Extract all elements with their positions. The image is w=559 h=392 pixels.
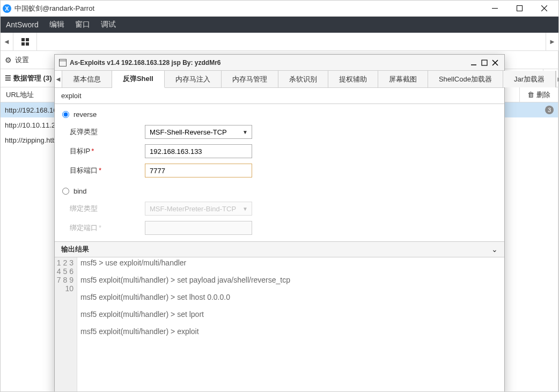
tab-home[interactable] <box>13 33 37 50</box>
svg-rect-7 <box>482 60 487 65</box>
dialog-tab[interactable]: 内存马管理 <box>222 71 278 87</box>
reverse-label: reverse <box>73 110 97 119</box>
dialog-minimize-button[interactable] <box>469 58 479 68</box>
svg-rect-5 <box>60 59 67 66</box>
dialog-tab-nav-right-icon[interactable]: ► <box>556 71 558 87</box>
list-icon: ☰ <box>5 74 11 82</box>
target-ip-input[interactable] <box>145 144 252 158</box>
menu-antsword[interactable]: AntSword <box>6 20 39 29</box>
tab-nav-right-icon[interactable]: ► <box>546 33 558 50</box>
dialog-tab[interactable]: 杀软识别 <box>278 71 328 87</box>
svg-rect-4 <box>26 42 29 46</box>
bind-port-input <box>145 221 252 235</box>
trash-icon: 🗑 <box>527 91 534 99</box>
bind-type-select: MSF-MeterPreter-Bind-TCP <box>145 202 252 216</box>
exploits-dialog: As-Exploits v1.4 192.168.163.128 jsp By:… <box>54 54 505 391</box>
dialog-title: As-Exploits v1.4 192.168.163.128 jsp By:… <box>70 59 468 66</box>
window-titlebar: X 中国蚁剑@randark-Parrot <box>1 1 558 17</box>
svg-rect-3 <box>21 42 25 46</box>
reverse-type-select[interactable]: MSF-Shell-Reverse-TCP <box>145 125 252 139</box>
dialog-tabs: ◄ 基本信息反弹Shell内存马注入内存马管理杀软识别提权辅助屏幕截图Shell… <box>55 71 504 88</box>
bind-label: bind <box>73 187 87 195</box>
row-badge: 3 <box>545 106 554 114</box>
output-header[interactable]: 输出结果 ⌄ <box>55 241 504 257</box>
dialog-tab[interactable]: Jar加载器 <box>503 71 556 87</box>
bind-radio[interactable] <box>62 188 69 195</box>
target-ip-label: 目标IP* <box>70 146 145 156</box>
bind-type-label: 绑定类型 <box>70 204 145 213</box>
main-menubar: AntSword 编辑 窗口 调试 <box>1 17 558 33</box>
window-maximize-button[interactable] <box>507 1 532 16</box>
app-icon: X <box>3 4 11 13</box>
dialog-tab[interactable]: 基本信息 <box>62 71 112 87</box>
target-port-input[interactable] <box>145 164 252 177</box>
output-code[interactable]: msf5 > use exploit/multi/handler msf5 ex… <box>77 257 504 391</box>
reverse-radio[interactable] <box>62 111 69 118</box>
column-delete-header[interactable]: 🗑 删除 <box>519 87 558 102</box>
window-minimize-button[interactable] <box>482 1 507 16</box>
tab-nav-left-icon[interactable]: ◄ <box>1 33 13 50</box>
settings-label: 设置 <box>15 55 29 65</box>
window-icon <box>59 59 67 66</box>
window-title: 中国蚁剑@randark-Parrot <box>14 4 482 13</box>
dialog-tab[interactable]: ShellCode加载器 <box>428 71 503 87</box>
menu-window[interactable]: 窗口 <box>75 20 90 29</box>
main-tabstrip: ◄ ► <box>1 33 558 51</box>
menu-debug[interactable]: 调试 <box>101 20 116 29</box>
svg-rect-0 <box>517 6 522 11</box>
svg-rect-1 <box>21 38 25 41</box>
bind-port-label: 绑定端口* <box>70 223 145 233</box>
line-gutter: 1 2 3 4 5 6 7 8 9 10 <box>55 257 77 391</box>
dialog-tab[interactable]: 提权辅助 <box>328 71 378 87</box>
dialog-tab[interactable]: 反弹Shell <box>112 71 165 88</box>
dialog-close-button[interactable] <box>490 58 500 68</box>
menu-edit[interactable]: 编辑 <box>49 20 64 29</box>
window-close-button[interactable] <box>532 1 556 16</box>
chevron-down-icon[interactable]: ⌄ <box>491 245 498 254</box>
target-port-label: 目标端口* <box>70 166 145 175</box>
dialog-maximize-button[interactable] <box>480 58 489 68</box>
output-area: 1 2 3 4 5 6 7 8 9 10 msf5 > use exploit/… <box>55 257 504 391</box>
dialog-tab[interactable]: 内存马注入 <box>165 71 222 87</box>
dialog-titlebar[interactable]: As-Exploits v1.4 192.168.163.128 jsp By:… <box>55 55 504 71</box>
reverse-type-label: 反弹类型 <box>70 127 145 137</box>
exploit-bar[interactable]: exploit <box>55 88 504 104</box>
dialog-tab-nav-left-icon[interactable]: ◄ <box>55 71 62 87</box>
dialog-tab[interactable]: 屏幕截图 <box>378 71 428 87</box>
gear-icon: ⚙ <box>5 56 12 64</box>
svg-rect-2 <box>26 38 29 41</box>
grid-icon <box>21 38 29 46</box>
